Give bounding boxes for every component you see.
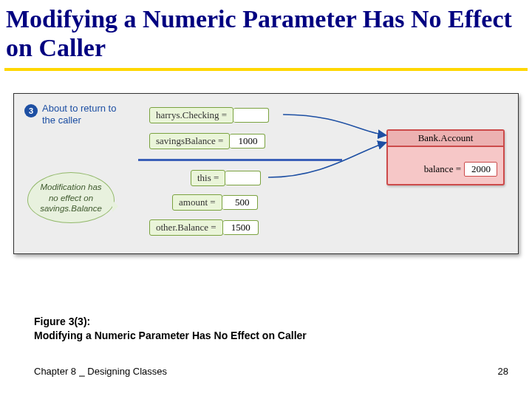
var-name: savingsBalance = — [149, 133, 230, 149]
var-this: this = — [191, 170, 261, 186]
var-value: 1000 — [230, 134, 265, 149]
var-value: 1500 — [223, 220, 259, 235]
step-label: About to return to the caller — [42, 103, 123, 127]
footer-chapter: Chapter 8 ⎯ Designing Classes — [34, 366, 167, 377]
object-title: Bank.Account — [388, 131, 503, 147]
figure-caption: Figure 3(3): Modifying a Numeric Paramet… — [34, 315, 307, 343]
object-field-balance: balance = 2000 — [394, 162, 497, 177]
step-badge: 3 — [24, 104, 38, 117]
var-value — [225, 171, 261, 185]
page-title: Modifying a Numeric Parameter Has No Eff… — [0, 0, 532, 66]
stack-divider — [138, 159, 342, 161]
var-name: amount = — [172, 194, 222, 211]
footer-page-number: 28 — [498, 366, 508, 377]
caption-line2: Modifying a Numeric Parameter Has No Eff… — [34, 329, 307, 343]
field-name: balance = — [424, 163, 461, 175]
field-value: 2000 — [464, 162, 497, 177]
var-name: other.Balance = — [149, 219, 223, 236]
object-bank-account: Bank.Account balance = 2000 — [386, 129, 505, 185]
caption-line1: Figure 3(3): — [34, 315, 307, 329]
diagram-frame: 3 About to return to the caller harrys.C… — [13, 93, 519, 254]
diagram: 3 About to return to the caller harrys.C… — [20, 100, 512, 248]
callout-bubble: Modification has no effect on savings.Ba… — [27, 172, 115, 223]
slide: Modifying a Numeric Parameter Has No Eff… — [0, 0, 532, 399]
var-harrys-checking: harrys.Checking = — [149, 107, 269, 123]
var-name: this = — [191, 170, 225, 186]
var-amount: amount = 500 — [172, 194, 258, 211]
var-savings-balance: savingsBalance = 1000 — [149, 133, 265, 149]
title-underline — [4, 68, 528, 71]
var-value: 500 — [222, 195, 258, 210]
var-other-balance: other.Balance = 1500 — [149, 219, 259, 236]
object-body: balance = 2000 — [388, 147, 503, 184]
var-name: harrys.Checking = — [149, 107, 233, 123]
var-value — [233, 108, 269, 123]
